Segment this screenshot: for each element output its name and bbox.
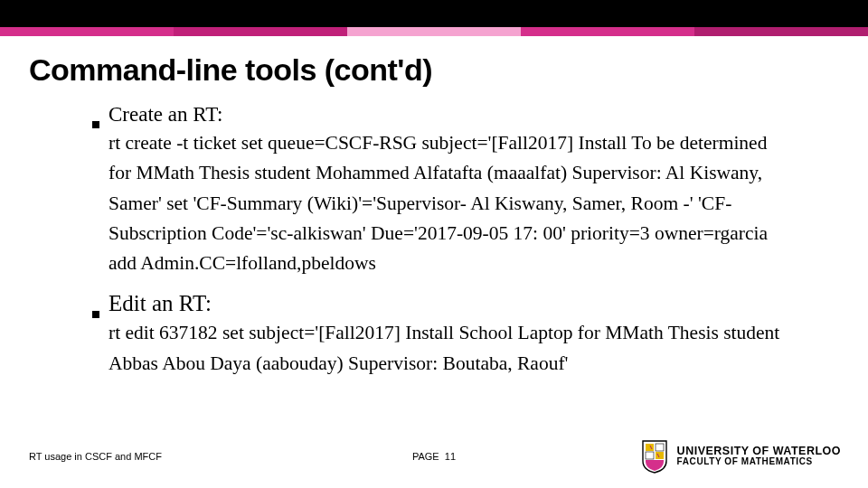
stripe-seg: [347, 27, 521, 36]
svg-rect-0: [646, 444, 654, 451]
item-heading: Edit an RT:: [108, 288, 212, 319]
stripe-seg: [521, 27, 694, 36]
slide-content: Create an RT: rt create -t ticket set qu…: [0, 100, 868, 379]
square-bullet-icon: [92, 121, 99, 128]
uw-line2: FACULTY OF MATHEMATICS: [677, 457, 841, 467]
square-bullet-icon: [92, 311, 99, 318]
svg-rect-3: [656, 452, 664, 459]
list-item: Edit an RT: rt edit 637182 set subject='…: [108, 288, 787, 379]
svg-rect-1: [656, 444, 664, 451]
accent-stripe: [0, 27, 868, 36]
uw-wordmark: UNIVERSITY OF WATERLOO FACULTY OF MATHEM…: [677, 446, 841, 467]
svg-rect-2: [646, 452, 654, 459]
list-item: Create an RT: rt create -t ticket set qu…: [108, 100, 787, 279]
stripe-seg: [0, 27, 174, 36]
footer-left-text: RT usage in CSCF and MFCF: [29, 451, 162, 462]
page-label: PAGE: [412, 451, 439, 462]
page-number: 11: [445, 451, 456, 462]
footer-right: UNIVERSITY OF WATERLOO FACULTY OF MATHEM…: [641, 439, 841, 474]
item-heading: Create an RT:: [108, 100, 222, 128]
item-body: rt edit 637182 set subject='[Fall2017] I…: [108, 318, 787, 379]
item-body: rt create -t ticket set queue=CSCF-RSG s…: [108, 128, 787, 279]
stripe-seg: [694, 27, 868, 36]
page-indicator: PAGE 11: [412, 451, 456, 462]
stripe-seg: [174, 27, 347, 36]
uw-crest-icon: [641, 439, 668, 474]
top-black-bar: [0, 0, 868, 27]
slide-footer: RT usage in CSCF and MFCF PAGE 11 UNIVER…: [0, 439, 868, 474]
slide-title: Command-line tools (cont'd): [0, 36, 868, 100]
